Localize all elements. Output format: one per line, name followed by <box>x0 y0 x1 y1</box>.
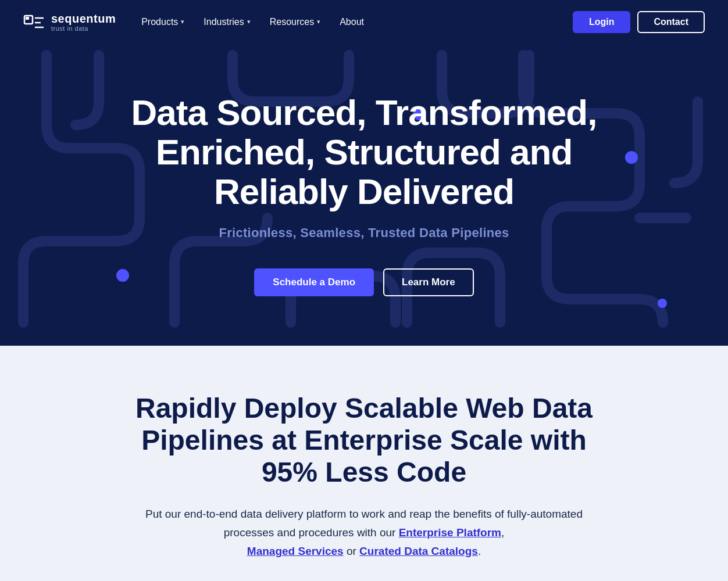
learn-more-button[interactable]: Learn More <box>383 268 474 296</box>
hero-dot-2 <box>625 151 638 164</box>
logo-tagline: trust in data <box>51 25 116 32</box>
contact-button[interactable]: Contact <box>637 11 705 33</box>
section2-title: Rapidly Deploy Scalable Web Data Pipelin… <box>131 392 597 489</box>
svg-rect-1 <box>26 17 29 20</box>
nav-item-resources[interactable]: Resources ▾ <box>262 12 329 32</box>
enterprise-platform-link[interactable]: Enterprise Platform <box>399 526 501 539</box>
hero-section: Data Sourced, Transformed, Enriched, Str… <box>0 44 728 346</box>
section2-body: Put our end-to-end data delivery platfor… <box>120 505 608 561</box>
managed-services-link[interactable]: Managed Services <box>247 545 344 557</box>
hero-subtitle: Frictionless, Seamless, Trusted Data Pip… <box>102 225 626 241</box>
hero-title: Data Sourced, Transformed, Enriched, Str… <box>102 93 626 212</box>
chevron-down-icon: ▾ <box>247 18 251 26</box>
chevron-down-icon: ▾ <box>181 18 184 26</box>
logo[interactable]: sequentum trust in data <box>23 11 116 33</box>
nav-item-about[interactable]: About <box>331 12 372 32</box>
hero-content: Data Sourced, Transformed, Enriched, Str… <box>102 93 626 297</box>
nav-item-products[interactable]: Products ▾ <box>133 12 192 32</box>
hero-buttons: Schedule a Demo Learn More <box>102 268 626 296</box>
logo-name: sequentum <box>51 12 116 25</box>
logo-text: sequentum trust in data <box>51 12 116 32</box>
chevron-down-icon: ▾ <box>317 18 320 26</box>
login-button[interactable]: Login <box>573 11 631 33</box>
logo-icon <box>23 11 45 33</box>
nav-actions: Login Contact <box>573 11 705 33</box>
curated-data-catalogs-link[interactable]: Curated Data Catalogs <box>359 545 478 557</box>
hero-dot-4 <box>658 299 667 308</box>
nav-links: Products ▾ Industries ▾ Resources ▾ Abou… <box>133 12 573 32</box>
section2: Rapidly Deploy Scalable Web Data Pipelin… <box>0 346 728 581</box>
navbar: sequentum trust in data Products ▾ Indus… <box>0 0 728 44</box>
nav-item-industries[interactable]: Industries ▾ <box>195 12 258 32</box>
schedule-demo-button[interactable]: Schedule a Demo <box>254 268 374 296</box>
